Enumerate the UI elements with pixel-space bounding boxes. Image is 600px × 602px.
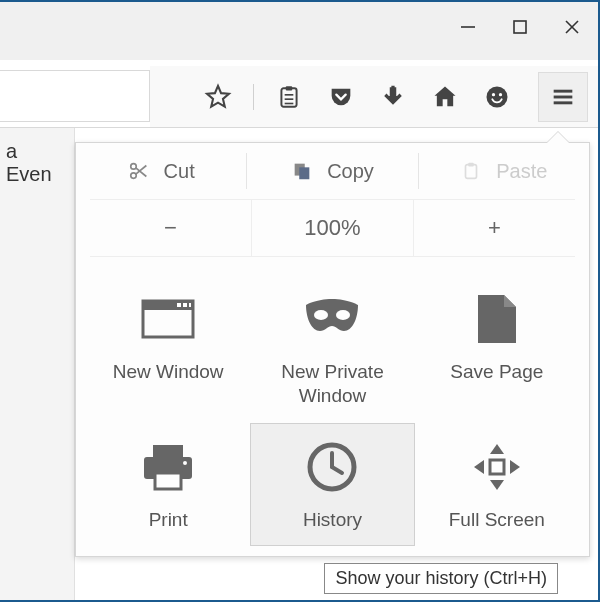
svg-rect-33: [155, 473, 181, 489]
address-bar[interactable]: [0, 70, 150, 122]
toolbar-icons: [150, 66, 598, 127]
svg-rect-28: [189, 303, 191, 307]
svg-rect-22: [466, 165, 477, 179]
fullscreen-icon: [470, 434, 524, 500]
clipboard-icon: [276, 84, 302, 110]
printer-icon: [138, 434, 198, 500]
svg-rect-21: [299, 167, 309, 179]
menu-panel: Cut Copy Paste − 100% + New Window: [75, 142, 590, 557]
fullscreen-label: Full Screen: [449, 508, 545, 532]
page-icon: [474, 286, 520, 352]
toolbar-separator: [253, 84, 254, 110]
save-page-label: Save Page: [450, 360, 543, 384]
zoom-in-button[interactable]: +: [414, 200, 575, 256]
plus-icon: +: [488, 215, 501, 241]
close-icon: [563, 18, 581, 36]
edit-row: Cut Copy Paste: [76, 143, 589, 199]
fullscreen-button[interactable]: Full Screen: [415, 423, 579, 547]
history-tooltip: Show your history (Ctrl+H): [324, 563, 558, 594]
cut-button[interactable]: Cut: [76, 153, 247, 189]
menu-grid: New Window New Private Window Save Page …: [76, 257, 589, 556]
print-button[interactable]: Print: [86, 423, 250, 547]
svg-line-37: [332, 467, 342, 473]
left-panel: a Even: [0, 128, 75, 600]
paste-button: Paste: [419, 153, 589, 189]
home-icon: [431, 83, 459, 111]
svg-rect-38: [490, 460, 504, 474]
window-titlebar: [0, 2, 598, 60]
close-button[interactable]: [546, 7, 598, 47]
new-window-label: New Window: [113, 360, 224, 384]
zoom-row: − 100% +: [90, 199, 575, 257]
window-icon: [139, 286, 197, 352]
svg-point-12: [499, 93, 502, 96]
menu-button[interactable]: [538, 72, 588, 122]
scissors-icon: [128, 160, 150, 182]
maximize-icon: [512, 19, 528, 35]
svg-point-10: [487, 86, 508, 107]
save-page-button[interactable]: Save Page: [415, 275, 579, 423]
clock-icon: [305, 434, 359, 500]
cut-label: Cut: [164, 160, 195, 183]
private-window-label: New Private Window: [255, 360, 409, 408]
svg-point-30: [336, 310, 350, 320]
toolbar: [0, 66, 598, 128]
copy-icon: [291, 160, 313, 182]
svg-rect-9: [390, 87, 397, 97]
svg-point-11: [492, 93, 495, 96]
pocket-icon: [327, 83, 355, 111]
history-label: History: [303, 508, 362, 532]
svg-rect-5: [286, 86, 293, 90]
minimize-icon: [459, 18, 477, 36]
svg-point-29: [314, 310, 328, 320]
print-label: Print: [149, 508, 188, 532]
smiley-icon: [483, 83, 511, 111]
zoom-level-label: 100%: [304, 215, 360, 241]
copy-button[interactable]: Copy: [247, 153, 418, 189]
pocket-button[interactable]: [324, 80, 358, 114]
hamburger-icon: [549, 83, 577, 111]
clipboard-button[interactable]: [272, 80, 306, 114]
minus-icon: −: [164, 215, 177, 241]
new-window-button[interactable]: New Window: [86, 275, 250, 423]
home-button[interactable]: [428, 80, 462, 114]
zoom-out-button[interactable]: −: [90, 200, 252, 256]
svg-point-34: [183, 461, 187, 465]
svg-rect-1: [514, 21, 526, 33]
tooltip-text: Show your history (Ctrl+H): [335, 568, 547, 588]
maximize-button[interactable]: [494, 7, 546, 47]
mask-icon: [300, 286, 364, 352]
svg-rect-27: [183, 303, 187, 307]
svg-rect-31: [153, 445, 183, 457]
private-window-button[interactable]: New Private Window: [250, 275, 414, 423]
download-arrow-icon: [380, 84, 406, 110]
svg-rect-26: [177, 303, 181, 307]
left-panel-text: a Even: [6, 140, 52, 185]
downloads-button[interactable]: [376, 80, 410, 114]
zoom-level[interactable]: 100%: [252, 200, 414, 256]
feedback-button[interactable]: [480, 80, 514, 114]
bookmark-star-button[interactable]: [201, 80, 235, 114]
svg-rect-23: [468, 163, 474, 167]
star-icon: [204, 83, 232, 111]
copy-label: Copy: [327, 160, 374, 183]
paste-icon: [460, 160, 482, 182]
minimize-button[interactable]: [442, 7, 494, 47]
paste-label: Paste: [496, 160, 547, 183]
history-button[interactable]: History: [250, 423, 414, 547]
